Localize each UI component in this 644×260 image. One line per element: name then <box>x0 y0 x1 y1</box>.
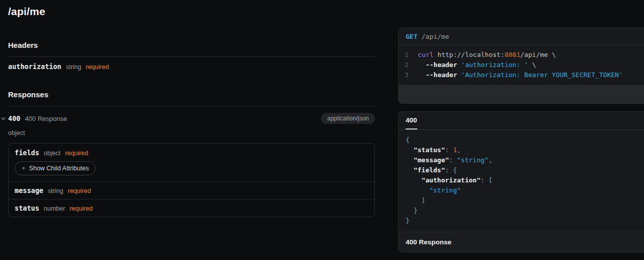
json-line: ] <box>406 196 644 206</box>
line-number: 3 <box>405 70 412 80</box>
schema-field-line: message string required <box>15 186 368 194</box>
code-line: 3 --header 'Authorization: Bearer YOUR_S… <box>399 70 644 80</box>
plus-icon: + <box>22 164 26 172</box>
field-name: status <box>15 204 39 212</box>
code-token: "authorization" <box>421 176 480 184</box>
schema-row-fields: fields object required + Show Child Attr… <box>9 144 374 181</box>
code-token: 'Authorization: Bearer YOUR_SECRET_TOKEN… <box>457 71 623 79</box>
endpoint-path: /api/me <box>421 33 449 40</box>
code-token <box>406 166 414 174</box>
http-method: GET <box>406 33 417 40</box>
field-required-badge: required <box>70 205 93 212</box>
responses-heading: Responses <box>8 90 375 99</box>
code-token: { <box>406 136 410 144</box>
code-token: { <box>453 166 457 174</box>
field-required-badge: required <box>65 150 88 157</box>
json-line: "message": "string", <box>406 155 644 165</box>
code-token <box>406 156 414 164</box>
line-number: 2 <box>405 60 412 70</box>
code-token: \ <box>528 61 536 69</box>
code-token: ] <box>406 197 425 204</box>
endpoint-docs-column: /api/me Headers authorization string req… <box>8 0 375 217</box>
code-token: } <box>406 207 417 214</box>
content-type-badge: application/json <box>321 113 375 124</box>
field-required-badge: required <box>68 187 91 194</box>
code-token: , <box>488 156 492 164</box>
header-param-row: authorization string required <box>8 57 375 78</box>
response-json-block: { "status": 1, "message": "string", "fie… <box>399 130 644 232</box>
code-token: curl <box>418 51 433 58</box>
code-token: 8081 <box>504 51 520 58</box>
field-type: string <box>48 187 63 194</box>
response-card-footer: 400 Response <box>399 232 644 252</box>
field-type: object <box>44 150 60 157</box>
tab-400[interactable]: 400 <box>406 112 417 129</box>
code-token <box>406 176 421 184</box>
examples-column: GET /api/me 1curl http://localhost:8081/… <box>398 0 644 252</box>
code-token: : <box>449 156 457 164</box>
request-card-footer <box>399 85 644 103</box>
code-token: } <box>406 217 410 224</box>
code-token: 'authorization: ' <box>457 61 528 69</box>
json-line: "status": 1, <box>406 145 644 155</box>
param-required-badge: required <box>86 63 109 71</box>
code-token: "fields" <box>414 166 445 174</box>
code-line: 1curl http://localhost:8081/api/me \ <box>399 50 644 60</box>
code-token: : <box>445 146 453 154</box>
json-line: } <box>406 206 644 216</box>
page-title: /api/me <box>8 5 375 18</box>
response-tabs: 400 <box>399 112 644 130</box>
code-token: --header <box>418 71 457 79</box>
param-name: authorization <box>8 62 61 71</box>
code-token: /api/me \ <box>521 51 556 58</box>
json-line: "string" <box>406 185 644 196</box>
code-line: 2 --header 'authorization: ' \ <box>399 60 644 70</box>
code-token: , <box>457 146 461 154</box>
code-token: http://localhost: <box>433 51 504 58</box>
code-token: "string" <box>429 186 461 194</box>
field-type: number <box>44 205 65 212</box>
schema-row-message: message string required <box>9 181 374 199</box>
code-token: --header <box>418 61 457 69</box>
json-line: { <box>406 135 644 145</box>
code-token: [ <box>488 176 492 184</box>
response-example-card: 400 { "status": 1, "message": "string", … <box>398 111 644 252</box>
code-token: "status" <box>414 146 445 154</box>
headers-heading: Headers <box>8 41 375 50</box>
show-child-attributes-button[interactable]: + Show Child Attributes <box>15 161 96 175</box>
json-line: } <box>406 216 644 226</box>
schema-field-line: status number required <box>15 204 368 212</box>
param-type: string <box>66 63 82 71</box>
code-token: "string" <box>457 156 489 164</box>
line-number: 1 <box>405 50 412 60</box>
code-token: : <box>445 166 453 174</box>
schema-row-status: status number required <box>9 199 374 217</box>
request-example-card: GET /api/me 1curl http://localhost:8081/… <box>398 28 644 104</box>
curl-code-block: 1curl http://localhost:8081/api/me \ 2 -… <box>399 45 644 85</box>
show-child-attributes-label: Show Child Attributes <box>29 165 89 172</box>
code-token: 1 <box>453 146 457 154</box>
code-token <box>406 186 429 194</box>
chevron-down-icon <box>1 114 6 120</box>
schema-field-line: fields object required <box>15 149 368 157</box>
response-label: 400 Response <box>25 115 67 122</box>
response-schema-box: fields object required + Show Child Attr… <box>8 143 375 217</box>
code-token <box>406 146 414 154</box>
code-token: : <box>481 176 489 184</box>
json-line: "fields": { <box>406 165 644 175</box>
schema-root-type: object <box>8 129 375 137</box>
field-name: message <box>15 186 43 194</box>
json-line: "authorization": [ <box>406 175 644 185</box>
request-example-header: GET /api/me <box>399 28 644 45</box>
code-token: "message" <box>414 156 449 164</box>
response-400-toggle-row[interactable]: 400 400 Response application/json <box>8 106 375 124</box>
field-name: fields <box>15 149 39 157</box>
response-footer-label: 400 Response <box>406 238 452 246</box>
response-status-code: 400 <box>8 114 20 122</box>
